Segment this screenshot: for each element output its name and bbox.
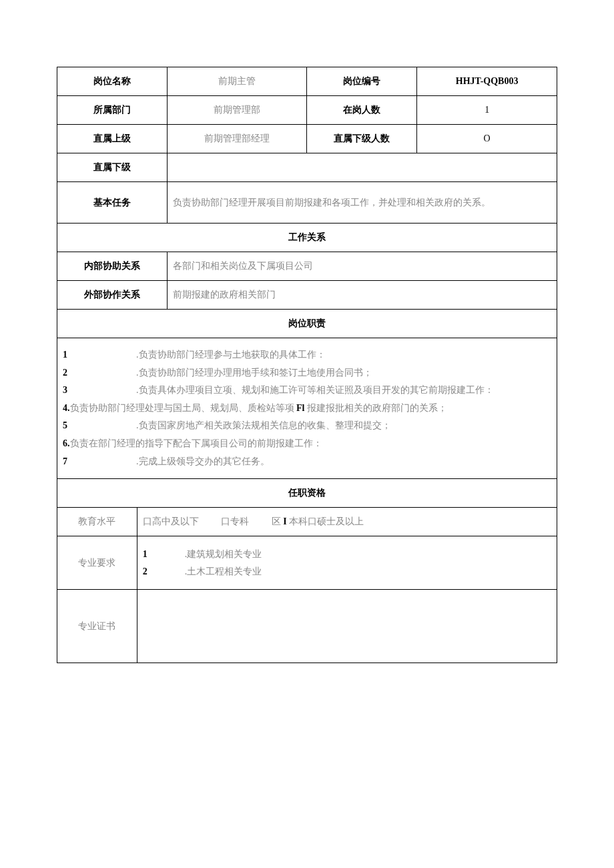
major-cell: 1.建筑规划相关专业2.土木工程相关专业 (137, 536, 557, 590)
external-relation-label: 外部协作关系 (57, 281, 168, 310)
responsibility-item: 5.负责国家房地产相关政策法规相关信息的收集、整理和提交； (63, 417, 551, 435)
cert-value (137, 590, 557, 663)
row-supervisor: 直属上级 前期管理部经理 直属下级人数 O (57, 125, 557, 153)
row-relations-header: 工作关系 (57, 224, 557, 252)
edu-opt-bachelor-master: 区 I 本科口硕士及以上 (272, 516, 364, 528)
responsibilities-header: 岗位职责 (57, 310, 557, 338)
row-education: 教育水平 口高中及以下 口专科 区 I 本科口硕士及以上 (57, 508, 557, 536)
internal-relation-value: 各部门和相关岗位及下属项目公司 (167, 252, 557, 281)
responsibilities-cell: 1.负责协助部门经理参与土地获取的具体工作：2.负责协助部门经理办理用地手续和签… (57, 338, 557, 479)
education-options: 口高中及以下 口专科 区 I 本科口硕士及以上 (137, 508, 557, 536)
row-external-relation: 外部协作关系 前期报建的政府相关部门 (57, 281, 557, 310)
responsibility-item: 2.负责协助部门经理办理用地手续和签订土地使用合同书； (63, 364, 551, 382)
headcount-value: 1 (417, 96, 557, 125)
education-label: 教育水平 (57, 508, 137, 536)
supervisor-label: 直属上级 (57, 125, 168, 153)
qualifications-header: 任职资格 (57, 479, 557, 508)
edu-opt3-prefix: 区 (272, 516, 284, 526)
responsibility-item: 1.负责协助部门经理参与土地获取的具体工作： (63, 346, 551, 364)
headcount-label: 在岗人数 (307, 96, 417, 125)
job-description-table: 岗位名称 前期主管 岗位编号 HHJT-QQB003 所属部门 前期管理部 在岗… (57, 67, 557, 508)
responsibility-item: 7.完成上级领导交办的其它任务。 (63, 453, 551, 471)
edu-opt3-suffix: 本科口硕士及以上 (287, 516, 364, 526)
row-department: 所属部门 前期管理部 在岗人数 1 (57, 96, 557, 125)
basic-task-value: 负责协助部门经理开展项目前期报建和各项工作，并处理和相关政府的关系。 (167, 182, 557, 224)
row-subordinate: 直属下级 (57, 153, 557, 182)
subordinate-count-label: 直属下级人数 (307, 125, 417, 153)
cert-label: 专业证书 (57, 590, 137, 663)
row-qualifications-header: 任职资格 (57, 479, 557, 508)
basic-task-label: 基本任务 (57, 182, 168, 224)
major-item: 2.土木工程相关专业 (143, 563, 551, 580)
subordinate-label: 直属下级 (57, 153, 168, 182)
position-code-label: 岗位编号 (307, 67, 417, 96)
row-basic-task: 基本任务 负责协助部门经理开展项目前期报建和各项工作，并处理和相关政府的关系。 (57, 182, 557, 224)
subordinate-value (167, 153, 557, 182)
row-responsibilities-body: 1.负责协助部门经理参与土地获取的具体工作：2.负责协助部门经理办理用地手续和签… (57, 338, 557, 479)
row-position-name: 岗位名称 前期主管 岗位编号 HHJT-QQB003 (57, 67, 557, 96)
edu-opt-highschool: 口高中及以下 (143, 516, 199, 528)
department-value: 前期管理部 (167, 96, 307, 125)
edu-opt-college: 口专科 (221, 516, 249, 528)
position-name-label: 岗位名称 (57, 67, 168, 96)
major-item: 1.建筑规划相关专业 (143, 546, 551, 562)
position-code-value: HHJT-QQB003 (417, 67, 557, 96)
row-major: 专业要求 1.建筑规划相关专业2.土木工程相关专业 (57, 536, 557, 590)
internal-relation-label: 内部协助关系 (57, 252, 168, 281)
row-internal-relation: 内部协助关系 各部门和相关岗位及下属项目公司 (57, 252, 557, 281)
major-label: 专业要求 (57, 536, 137, 590)
work-relations-header: 工作关系 (57, 224, 557, 252)
row-cert: 专业证书 (57, 590, 557, 663)
row-responsibilities-header: 岗位职责 (57, 310, 557, 338)
responsibility-item: 3.负责具体办理项目立项、规划和施工许可等相关证照及项目开发的其它前期报建工作： (63, 382, 551, 400)
position-name-value: 前期主管 (167, 67, 307, 96)
responsibility-item: 4.负责协助部门经理处理与国土局、规划局、质检站等项 Fl 报建报批相关的政府部… (63, 400, 551, 418)
external-relation-value: 前期报建的政府相关部门 (167, 281, 557, 310)
qualifications-table: 教育水平 口高中及以下 口专科 区 I 本科口硕士及以上 专业要求 1.建筑规划… (57, 508, 557, 663)
supervisor-value: 前期管理部经理 (167, 125, 307, 153)
responsibility-item: 6.负责在部门经理的指导下配合下属项目公司的前期报建工作： (63, 435, 551, 453)
department-label: 所属部门 (57, 96, 168, 125)
subordinate-count-value: O (417, 125, 557, 153)
